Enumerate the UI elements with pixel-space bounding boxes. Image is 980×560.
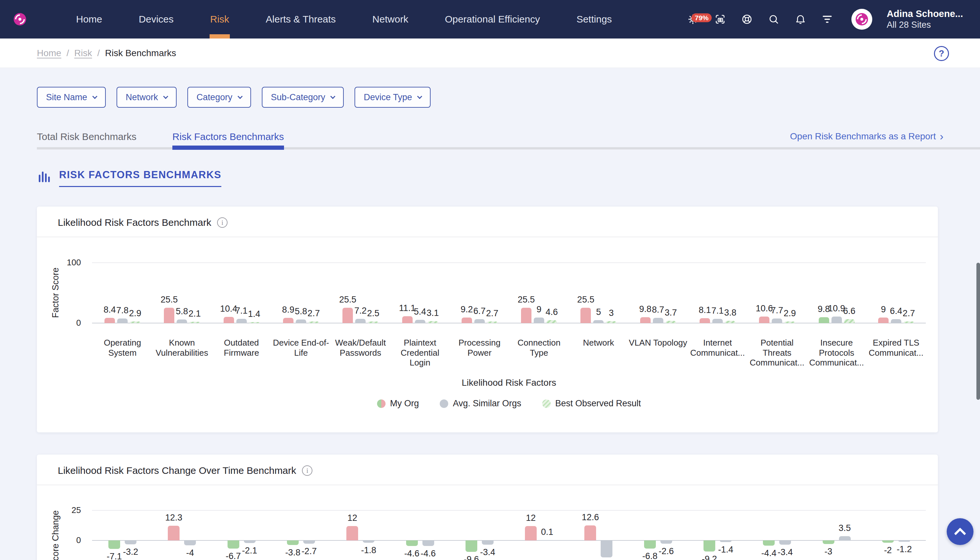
bar-value-label: 0.1 [532, 527, 563, 537]
bar-chart-icon [37, 169, 52, 185]
bar-value-label: 2.9 [120, 308, 151, 318]
tabs: Total Risk BenchmarksRisk Factors Benchm… [37, 131, 284, 147]
filter-label: Category [197, 92, 232, 102]
category-label: Plaintext Credential Login [391, 338, 450, 368]
bar-value-label: -2.7 [293, 546, 325, 557]
bar-my-org [759, 317, 770, 323]
breadcrumb-risk-link[interactable]: Risk [74, 48, 92, 58]
notifications-bell-icon[interactable] [794, 13, 807, 26]
bar-avg-similar-orgs [534, 318, 544, 323]
bar-best-observed-result [547, 320, 557, 323]
avatar[interactable] [852, 9, 872, 30]
bar-value-label: 3.7 [655, 308, 687, 318]
bar-value-label: -3.4 [472, 547, 503, 557]
bar-value-label: -1.2 [888, 544, 920, 555]
category-label: Network [569, 338, 628, 348]
bar-value-label: -4 [174, 548, 206, 558]
y-tick-label: 100 [37, 257, 81, 268]
x-axis-line [92, 540, 926, 541]
bar-value-label: -4.6 [413, 548, 444, 559]
likelihood-change-over-time-card: Likelihood Risk Factors Change Over Time… [37, 455, 938, 560]
nav-menu: HomeDevicesRiskAlerts & ThreatsNetworkOp… [76, 0, 612, 38]
chart-legend: My OrgAvg. Similar OrgsBest Observed Res… [92, 398, 926, 408]
bar-avg-similar-orgs [184, 540, 196, 545]
filter-label: Device Type [364, 92, 412, 102]
tab-total-risk-benchmarks[interactable]: Total Risk Benchmarks [37, 131, 137, 147]
legend-label: My Org [390, 398, 419, 408]
category-label: Processing Power [450, 338, 509, 358]
bar-my-org [823, 540, 834, 544]
filter-network[interactable]: Network [117, 87, 177, 108]
filter-icon[interactable] [821, 13, 834, 26]
filter-sub-category[interactable]: Sub-Category [262, 87, 344, 108]
section-title[interactable]: RISK FACTORS BENCHMARKS [59, 169, 221, 187]
legend-item-avg-similar-orgs: Avg. Similar Orgs [440, 398, 521, 408]
bar-best-observed-result [606, 321, 616, 323]
y-axis-label: Factor Score [51, 268, 61, 318]
nav-item-settings[interactable]: Settings [577, 0, 612, 38]
nav-item-risk[interactable]: Risk [210, 0, 229, 38]
legend-swatch [377, 400, 385, 408]
user-site-scope: All 28 Sites [887, 20, 963, 30]
bar-my-org [462, 318, 472, 323]
bar-avg-similar-orgs [355, 319, 366, 323]
support-lifering-icon[interactable] [740, 13, 753, 26]
category-label: Internet Communicat... [688, 338, 747, 358]
bar-best-observed-result [189, 322, 200, 323]
bar-avg-similar-orgs [541, 540, 553, 540]
bar-best-observed-result [725, 321, 735, 323]
filter-category[interactable]: Category [187, 87, 251, 108]
bar-my-org [763, 540, 775, 546]
filter-device-type[interactable]: Device Type [355, 87, 431, 108]
bar-value-label: -2.1 [234, 546, 265, 556]
breadcrumb-separator: / [97, 48, 100, 58]
bar-avg-similar-orgs [363, 540, 375, 543]
bar-avg-similar-orgs [244, 540, 256, 543]
bar-avg-similar-orgs [832, 317, 842, 323]
breadcrumb-home-link[interactable]: Home [37, 48, 62, 58]
help-icon[interactable]: ? [934, 46, 949, 61]
bar-avg-similar-orgs [125, 540, 137, 544]
open-report-link[interactable]: Open Risk Benchmarks as a Report › [790, 131, 943, 142]
bar-value-label: 3.1 [417, 308, 448, 318]
search-icon[interactable] [767, 13, 780, 26]
filter-label: Network [126, 92, 158, 102]
filter-site-name[interactable]: Site Name [37, 87, 106, 108]
bar-best-observed-result [428, 321, 438, 323]
category-label: Operating System [93, 338, 152, 358]
risk-score-gear-icon[interactable]: 79% [687, 13, 700, 26]
nav-item-network[interactable]: Network [372, 0, 408, 38]
bar-avg-similar-orgs [237, 319, 247, 323]
bar-avg-similar-orgs [303, 540, 315, 544]
likelihood-risk-factors-benchmark-card: Likelihood Risk Factors Benchmark i 0100… [37, 207, 938, 432]
user-name: Adina Schoene... [887, 8, 963, 20]
y-tick-label: 0 [37, 318, 81, 328]
legend-label: Avg. Similar Orgs [453, 398, 521, 408]
x-axis-title: Likelihood Risk Factors [92, 378, 926, 388]
nav-item-alerts-threats[interactable]: Alerts & Threats [266, 0, 336, 38]
bar-avg-similar-orgs [177, 320, 187, 323]
bar-avg-similar-orgs [779, 540, 791, 545]
gridline [92, 262, 926, 263]
category-label: Outdated Firmware [212, 338, 271, 358]
bar-value-label: 1.4 [238, 309, 270, 319]
scrollbar-thumb[interactable] [977, 263, 980, 400]
nav-item-devices[interactable]: Devices [139, 0, 174, 38]
brand-logo-icon[interactable] [13, 12, 27, 26]
bar-avg-similar-orgs [296, 320, 306, 323]
scroll-to-top-button[interactable] [947, 518, 973, 545]
user-menu[interactable]: Adina Schoene... All 28 Sites [887, 8, 963, 30]
nav-item-home[interactable]: Home [76, 0, 102, 38]
bar-value-label: -2.6 [651, 546, 682, 557]
bar-my-org [105, 318, 115, 323]
section-header: RISK FACTORS BENCHMARKS [37, 169, 221, 187]
category-label: Expired TLS Communicat... [867, 338, 925, 358]
bar-value-label: 3.5 [829, 523, 860, 533]
bar-value-label: 25.5 [510, 295, 542, 305]
snapshot-camera-icon[interactable] [713, 13, 727, 26]
chevron-down-icon [92, 94, 98, 99]
bar-value-label: 3.8 [715, 308, 746, 318]
tab-risk-factors-benchmarks[interactable]: Risk Factors Benchmarks [172, 131, 284, 147]
category-label: Device End-of-Life [272, 338, 330, 358]
nav-item-operational-efficiency[interactable]: Operational Efficiency [445, 0, 540, 38]
